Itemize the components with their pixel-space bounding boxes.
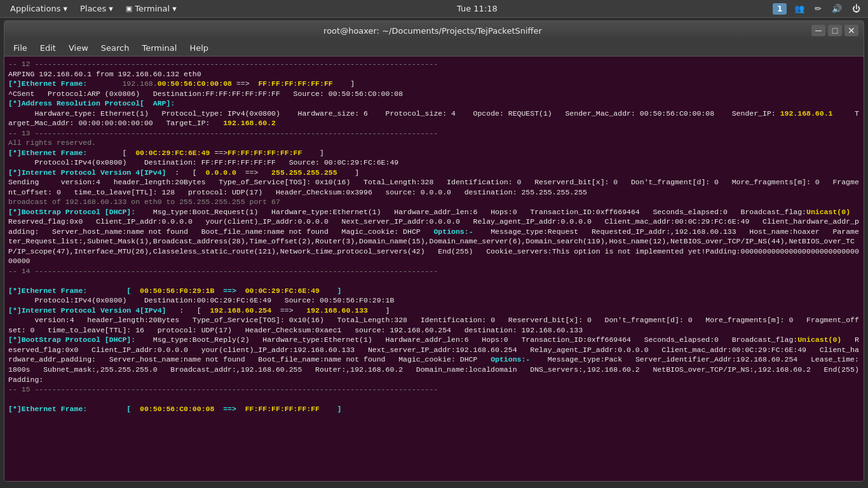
power-icon-button[interactable]: ⏻ (850, 3, 863, 15)
places-label: Places (80, 4, 106, 13)
menu-edit[interactable]: Edit (34, 42, 62, 54)
close-button[interactable]: ✕ (844, 25, 858, 36)
minimize-button[interactable]: ─ (811, 25, 825, 36)
window-title: root@hoaxer: ~/Documents/Projects/TejPac… (54, 26, 811, 36)
workspace-button[interactable]: 1 (773, 3, 787, 15)
volume-icon: 🔊 (832, 4, 842, 13)
terminal-label: Terminal (135, 4, 170, 13)
applications-chevron: ▾ (63, 4, 67, 13)
power-icon: ⏻ (852, 4, 860, 13)
places-chevron: ▾ (109, 4, 113, 13)
menu-view[interactable]: View (62, 42, 95, 54)
places-menu[interactable]: Places ▾ (75, 3, 118, 15)
terminal-window: root@hoaxer: ~/Documents/Projects/TejPac… (4, 20, 864, 482)
taskbar-clock: Tue 11:18 (182, 4, 773, 13)
pen-icon: ✏ (815, 4, 822, 13)
taskbar-left: Applications ▾ Places ▾ ▣ Terminal ▾ (5, 3, 182, 15)
workspace-number: 1 (777, 4, 782, 13)
titlebar-controls: ─ □ ✕ (811, 25, 858, 36)
menu-help[interactable]: Help (183, 42, 215, 54)
menubar: File Edit View Search Terminal Help (4, 40, 864, 57)
users-icon-button[interactable]: 👥 (792, 3, 807, 15)
menu-terminal[interactable]: Terminal (135, 42, 183, 54)
terminal-menu[interactable]: ▣ Terminal ▾ (121, 3, 182, 15)
terminal-icon: ▣ (126, 4, 132, 13)
maximize-button[interactable]: □ (828, 25, 842, 36)
applications-menu[interactable]: Applications ▾ (5, 3, 72, 15)
window-titlebar: root@hoaxer: ~/Documents/Projects/TejPac… (4, 21, 864, 40)
menu-search[interactable]: Search (95, 42, 136, 54)
pen-icon-button[interactable]: ✏ (812, 3, 824, 15)
datetime-display: Tue 11:18 (457, 4, 498, 13)
taskbar-right: 1 👥 ✏ 🔊 ⏻ (773, 3, 863, 15)
volume-icon-button[interactable]: 🔊 (829, 3, 844, 15)
taskbar: Applications ▾ Places ▾ ▣ Terminal ▾ Tue… (0, 0, 868, 18)
terminal-chevron: ▾ (172, 4, 177, 13)
applications-label: Applications (10, 4, 60, 13)
users-icon: 👥 (794, 4, 804, 13)
terminal-output[interactable]: -- 12 ----------------------------------… (4, 57, 864, 481)
menu-file[interactable]: File (7, 42, 34, 54)
